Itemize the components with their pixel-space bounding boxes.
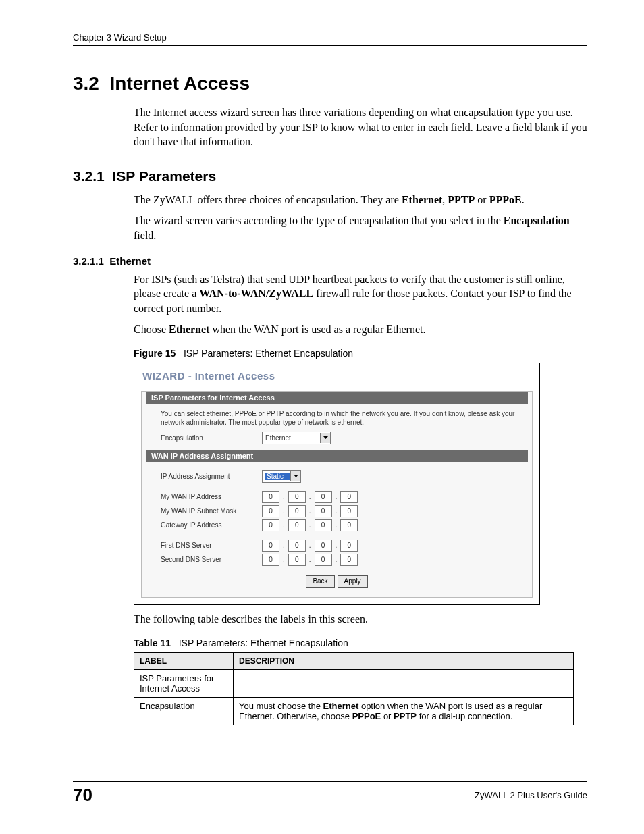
- ip-octet-input[interactable]: 0: [340, 554, 358, 566]
- subsub-number: 3.2.1.1: [73, 255, 104, 267]
- figure-caption: Figure 15 ISP Parameters: Ethernet Encap…: [134, 348, 587, 359]
- ip-octet-input[interactable]: 0: [340, 491, 358, 503]
- wizard-button-row: Back Apply: [142, 566, 532, 589]
- isp-params-section-title: ISP Parameters for Internet Access: [146, 392, 528, 404]
- ip-octet-input[interactable]: 0: [288, 554, 306, 566]
- table-header-description: DESCRIPTION: [234, 652, 574, 669]
- gateway-ip-label: Gateway IP Address: [161, 521, 262, 529]
- svg-marker-1: [294, 475, 298, 477]
- ip-octet-input[interactable]: 0: [262, 491, 279, 503]
- subsection-number: 3.2.1: [73, 168, 105, 184]
- page-number: 70: [73, 785, 92, 806]
- isp-params-note: You can select ethernet, PPPoE or PPTP a…: [142, 404, 532, 429]
- guide-name: ZyWALL 2 Plus User's Guide: [475, 790, 587, 800]
- wizard-panel: ISP Parameters for Internet Access You c…: [141, 391, 533, 598]
- ip-assignment-row: IP Address Assignment Static: [142, 462, 532, 483]
- apply-button[interactable]: Apply: [338, 575, 368, 588]
- wizard-title: WIZARD - Internet Access: [141, 369, 533, 391]
- table-header-label: LABEL: [134, 652, 234, 669]
- after-figure-text: The following table describes the labels…: [134, 612, 587, 627]
- ip-octet-input[interactable]: 0: [262, 519, 279, 531]
- ip-octet-input[interactable]: 0: [315, 519, 332, 531]
- ip-assignment-label: IP Address Assignment: [161, 473, 262, 480]
- subsub-p2: Choose Ethernet when the WAN port is use…: [134, 322, 587, 337]
- ip-octet-input[interactable]: 0: [315, 491, 332, 503]
- table-cell-label: ISP Parameters for Internet Access: [134, 669, 234, 697]
- chevron-down-icon: [290, 471, 300, 481]
- ip-octet-input[interactable]: 0: [262, 505, 279, 517]
- second-dns-row: Second DNS Server 0. 0. 0. 0: [142, 552, 532, 566]
- ip-octet-input[interactable]: 0: [340, 505, 358, 517]
- page: Chapter 3 Wizard Setup 3.2 Internet Acce…: [0, 0, 644, 834]
- ip-octet-input[interactable]: 0: [315, 540, 332, 552]
- wan-ip-section-title: WAN IP Address Assignment: [146, 450, 528, 462]
- table-cell-desc: [234, 669, 574, 697]
- table-header-row: LABEL DESCRIPTION: [134, 652, 574, 669]
- ip-assignment-select[interactable]: Static: [262, 470, 301, 483]
- my-wan-ip-label: My WAN IP Address: [161, 493, 262, 500]
- encapsulation-select[interactable]: Ethernet: [262, 432, 331, 444]
- section-number: 3.2: [73, 73, 99, 94]
- section-intro: The Internet access wizard screen has th…: [134, 105, 587, 149]
- first-dns-row: First DNS Server 0. 0. 0. 0: [142, 531, 532, 552]
- ip-octet-input[interactable]: 0: [340, 519, 358, 531]
- section-title: Internet Access: [110, 73, 250, 94]
- ip-octet-input[interactable]: 0: [262, 540, 279, 552]
- ip-octet-input[interactable]: 0: [340, 540, 358, 552]
- my-wan-subnet-row: My WAN IP Subnet Mask 0. 0. 0. 0: [142, 503, 532, 517]
- gateway-ip-row: Gateway IP Address 0. 0. 0. 0: [142, 517, 532, 531]
- my-wan-ip-row: My WAN IP Address 0. 0. 0. 0: [142, 483, 532, 503]
- ip-octet-input[interactable]: 0: [288, 540, 306, 552]
- ip-octet-input[interactable]: 0: [288, 505, 306, 517]
- table-cell-label: Encapsulation: [134, 697, 234, 725]
- chevron-down-icon: [320, 433, 330, 443]
- table-cell-desc: You must choose the Ethernet option when…: [234, 697, 574, 725]
- wizard-screenshot: WIZARD - Internet Access ISP Parameters …: [134, 363, 540, 605]
- subsub-p1: For ISPs (such as Telstra) that send UDP…: [134, 272, 587, 316]
- subsection-p1: The ZyWALL offers three choices of encap…: [134, 192, 587, 207]
- page-footer: 70 ZyWALL 2 Plus User's Guide: [73, 781, 587, 806]
- first-dns-label: First DNS Server: [161, 542, 262, 549]
- ip-octet-input[interactable]: 0: [288, 491, 306, 503]
- ip-octet-input[interactable]: 0: [288, 519, 306, 531]
- subsection-heading: 3.2.1 ISP Parameters: [73, 168, 587, 184]
- my-wan-subnet-label: My WAN IP Subnet Mask: [161, 507, 262, 515]
- encapsulation-row: Encapsulation Ethernet: [142, 429, 532, 444]
- table-row: ISP Parameters for Internet Access: [134, 669, 574, 697]
- table-caption: Table 11 ISP Parameters: Ethernet Encaps…: [134, 637, 587, 648]
- running-header: Chapter 3 Wizard Setup: [73, 32, 587, 46]
- description-table: LABEL DESCRIPTION ISP Parameters for Int…: [134, 652, 574, 725]
- back-button[interactable]: Back: [306, 575, 334, 588]
- subsubsection-heading: 3.2.1.1 Ethernet: [73, 255, 587, 267]
- table-row: Encapsulation You must choose the Ethern…: [134, 697, 574, 725]
- ip-octet-input[interactable]: 0: [315, 554, 332, 566]
- subsection-p2: The wizard screen varies according to th…: [134, 213, 587, 242]
- ip-octet-input[interactable]: 0: [262, 554, 279, 566]
- subsection-title: ISP Parameters: [112, 168, 216, 184]
- encapsulation-label: Encapsulation: [161, 434, 262, 442]
- second-dns-label: Second DNS Server: [161, 556, 262, 563]
- section-heading: 3.2 Internet Access: [73, 73, 587, 95]
- subsub-title: Ethernet: [109, 255, 151, 267]
- ip-octet-input[interactable]: 0: [315, 505, 332, 517]
- svg-marker-0: [323, 436, 328, 439]
